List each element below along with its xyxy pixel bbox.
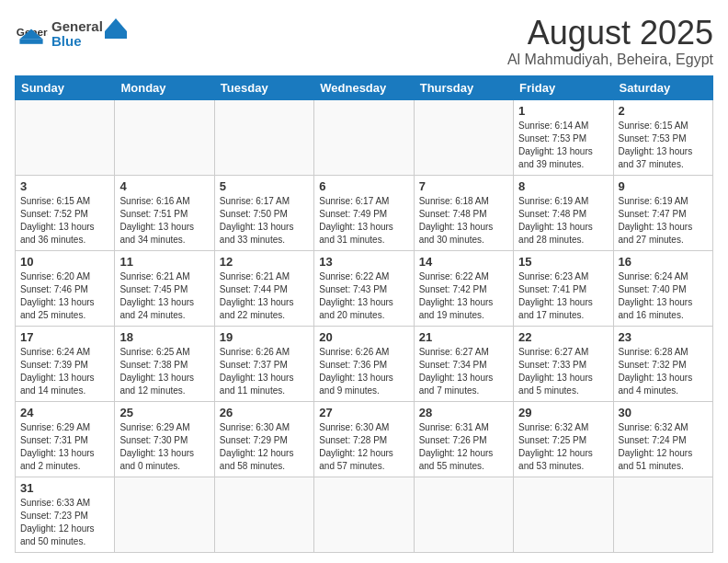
calendar-row-3: 10Sunrise: 6:20 AM Sunset: 7:46 PM Dayli…: [16, 250, 713, 326]
day-number: 19: [220, 330, 309, 344]
day-info: Sunrise: 6:18 AM Sunset: 7:48 PM Dayligh…: [419, 195, 508, 247]
day-info: Sunrise: 6:29 AM Sunset: 7:30 PM Dayligh…: [119, 421, 209, 473]
day-info: Sunrise: 6:31 AM Sunset: 7:26 PM Dayligh…: [419, 421, 508, 473]
day-number: 23: [619, 330, 708, 344]
svg-marker-5: [105, 18, 127, 31]
calendar-cell: [414, 477, 513, 552]
day-info: Sunrise: 6:26 AM Sunset: 7:37 PM Dayligh…: [220, 346, 309, 397]
calendar-cell: 20Sunrise: 6:26 AM Sunset: 7:36 PM Dayli…: [314, 326, 414, 401]
day-info: Sunrise: 6:33 AM Sunset: 7:23 PM Dayligh…: [20, 497, 109, 548]
calendar-row-5: 24Sunrise: 6:29 AM Sunset: 7:31 PM Dayli…: [16, 401, 713, 477]
day-number: 6: [319, 179, 408, 193]
calendar-cell: 7Sunrise: 6:18 AM Sunset: 7:48 PM Daylig…: [414, 175, 513, 250]
calendar-cell: 18Sunrise: 6:25 AM Sunset: 7:38 PM Dayli…: [115, 326, 214, 401]
calendar-cell: [115, 477, 214, 552]
svg-text:Blue: Blue: [51, 33, 82, 49]
day-number: 1: [518, 104, 608, 118]
day-info: Sunrise: 6:14 AM Sunset: 7:53 PM Dayligh…: [518, 120, 608, 171]
calendar-cell: 28Sunrise: 6:31 AM Sunset: 7:26 PM Dayli…: [414, 401, 513, 477]
weekday-header-friday: Friday: [514, 75, 613, 99]
calendar-cell: 11Sunrise: 6:21 AM Sunset: 7:45 PM Dayli…: [115, 250, 214, 326]
calendar-cell: 9Sunrise: 6:19 AM Sunset: 7:47 PM Daylig…: [613, 175, 712, 250]
day-number: 12: [220, 255, 309, 269]
weekday-header-thursday: Thursday: [414, 75, 513, 99]
day-number: 30: [619, 406, 708, 419]
day-number: 4: [119, 179, 209, 193]
calendar-cell: 13Sunrise: 6:22 AM Sunset: 7:43 PM Dayli…: [314, 250, 414, 326]
logo-icon: General: [15, 17, 48, 51]
calendar-cell: [16, 99, 115, 175]
day-info: Sunrise: 6:25 AM Sunset: 7:38 PM Dayligh…: [119, 346, 209, 397]
calendar-cell: 12Sunrise: 6:21 AM Sunset: 7:44 PM Dayli…: [214, 250, 313, 326]
day-number: 18: [119, 330, 209, 344]
calendar-cell: 26Sunrise: 6:30 AM Sunset: 7:29 PM Dayli…: [214, 401, 313, 477]
calendar-cell: [214, 99, 313, 175]
calendar-cell: [115, 99, 214, 175]
weekday-header-wednesday: Wednesday: [314, 75, 414, 99]
weekday-header-row: SundayMondayTuesdayWednesdayThursdayFrid…: [16, 75, 713, 99]
weekday-header-tuesday: Tuesday: [214, 75, 313, 99]
calendar-cell: 31Sunrise: 6:33 AM Sunset: 7:23 PM Dayli…: [16, 477, 115, 552]
calendar-table: SundayMondayTuesdayWednesdayThursdayFrid…: [15, 75, 713, 553]
day-number: 14: [419, 255, 508, 269]
calendar-cell: 25Sunrise: 6:29 AM Sunset: 7:30 PM Dayli…: [115, 401, 214, 477]
page-header: General General Blue August 2025 Al Mahm…: [15, 15, 713, 68]
calendar-cell: 1Sunrise: 6:14 AM Sunset: 7:53 PM Daylig…: [514, 99, 613, 175]
calendar-cell: 24Sunrise: 6:29 AM Sunset: 7:31 PM Dayli…: [16, 401, 115, 477]
calendar-row-1: 1Sunrise: 6:14 AM Sunset: 7:53 PM Daylig…: [16, 99, 713, 175]
day-info: Sunrise: 6:17 AM Sunset: 7:50 PM Dayligh…: [220, 195, 309, 247]
weekday-header-monday: Monday: [115, 75, 214, 99]
calendar-cell: [314, 477, 414, 552]
day-number: 13: [319, 255, 408, 269]
weekday-header-saturday: Saturday: [613, 75, 712, 99]
day-number: 15: [518, 255, 608, 269]
day-info: Sunrise: 6:27 AM Sunset: 7:34 PM Dayligh…: [419, 346, 508, 397]
day-info: Sunrise: 6:21 AM Sunset: 7:45 PM Dayligh…: [119, 270, 209, 322]
calendar-row-4: 17Sunrise: 6:24 AM Sunset: 7:39 PM Dayli…: [16, 326, 713, 401]
weekday-header-sunday: Sunday: [16, 75, 115, 99]
day-info: Sunrise: 6:22 AM Sunset: 7:43 PM Dayligh…: [319, 270, 408, 322]
day-number: 17: [20, 330, 109, 344]
day-info: Sunrise: 6:23 AM Sunset: 7:41 PM Dayligh…: [518, 270, 608, 322]
day-info: Sunrise: 6:24 AM Sunset: 7:39 PM Dayligh…: [20, 346, 109, 397]
svg-rect-2: [19, 39, 42, 43]
day-info: Sunrise: 6:29 AM Sunset: 7:31 PM Dayligh…: [20, 421, 109, 473]
title-area: August 2025 Al Mahmudiyah, Beheira, Egyp…: [507, 15, 713, 68]
day-info: Sunrise: 6:19 AM Sunset: 7:48 PM Dayligh…: [518, 195, 608, 247]
day-number: 21: [419, 330, 508, 344]
day-number: 16: [619, 255, 708, 269]
day-info: Sunrise: 6:22 AM Sunset: 7:42 PM Dayligh…: [419, 270, 508, 322]
day-number: 24: [20, 406, 109, 419]
calendar-cell: 3Sunrise: 6:15 AM Sunset: 7:52 PM Daylig…: [16, 175, 115, 250]
calendar-cell: 19Sunrise: 6:26 AM Sunset: 7:37 PM Dayli…: [214, 326, 313, 401]
day-number: 26: [220, 406, 309, 419]
calendar-row-6: 31Sunrise: 6:33 AM Sunset: 7:23 PM Dayli…: [16, 477, 713, 552]
calendar-cell: [514, 477, 613, 552]
month-title: August 2025: [507, 15, 713, 52]
day-number: 25: [119, 406, 209, 419]
day-info: Sunrise: 6:15 AM Sunset: 7:52 PM Dayligh…: [20, 195, 109, 247]
day-number: 29: [518, 406, 608, 419]
calendar-cell: 29Sunrise: 6:32 AM Sunset: 7:25 PM Dayli…: [514, 401, 613, 477]
day-info: Sunrise: 6:24 AM Sunset: 7:40 PM Dayligh…: [619, 270, 708, 322]
day-number: 3: [20, 179, 109, 193]
day-info: Sunrise: 6:30 AM Sunset: 7:29 PM Dayligh…: [220, 421, 309, 473]
day-number: 8: [518, 179, 608, 193]
day-info: Sunrise: 6:26 AM Sunset: 7:36 PM Dayligh…: [319, 346, 408, 397]
logo-wordmark: General Blue: [51, 15, 134, 53]
day-info: Sunrise: 6:15 AM Sunset: 7:53 PM Dayligh…: [619, 120, 708, 171]
day-number: 2: [619, 104, 708, 118]
calendar-cell: 8Sunrise: 6:19 AM Sunset: 7:48 PM Daylig…: [514, 175, 613, 250]
calendar-cell: 14Sunrise: 6:22 AM Sunset: 7:42 PM Dayli…: [414, 250, 513, 326]
location-title: Al Mahmudiyah, Beheira, Egypt: [507, 52, 713, 68]
logo: General General Blue: [15, 15, 134, 53]
day-number: 7: [419, 179, 508, 193]
calendar-cell: 16Sunrise: 6:24 AM Sunset: 7:40 PM Dayli…: [613, 250, 712, 326]
calendar-cell: 6Sunrise: 6:17 AM Sunset: 7:49 PM Daylig…: [314, 175, 414, 250]
day-info: Sunrise: 6:17 AM Sunset: 7:49 PM Dayligh…: [319, 195, 408, 247]
day-number: 9: [619, 179, 708, 193]
day-info: Sunrise: 6:32 AM Sunset: 7:24 PM Dayligh…: [619, 421, 708, 473]
day-info: Sunrise: 6:27 AM Sunset: 7:33 PM Dayligh…: [518, 346, 608, 397]
day-number: 10: [20, 255, 109, 269]
day-info: Sunrise: 6:21 AM Sunset: 7:44 PM Dayligh…: [220, 270, 309, 322]
